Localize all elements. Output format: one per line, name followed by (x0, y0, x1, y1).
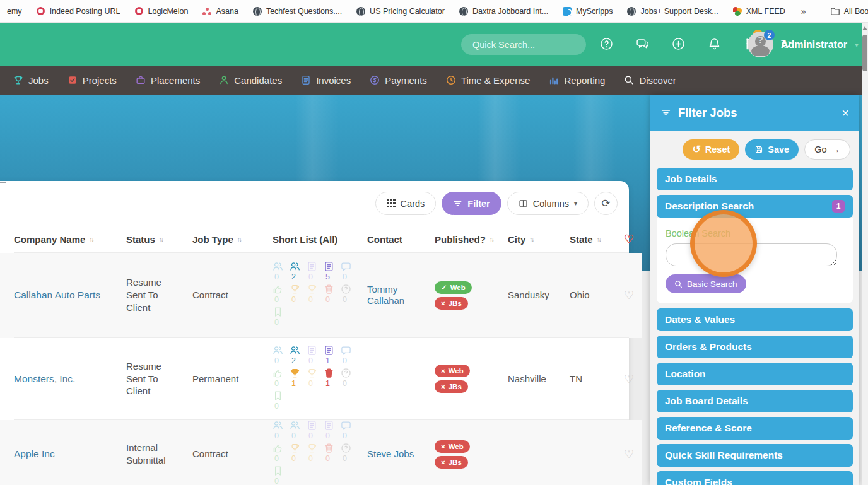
section-location[interactable]: Location (657, 363, 853, 385)
shortlist-trophy-count[interactable]: 0 (307, 368, 324, 390)
bookmark-item[interactable]: LogicMelon (127, 0, 196, 22)
filter-button[interactable]: Filter (442, 192, 501, 215)
section-description-search[interactable]: Description Search 1 (657, 195, 853, 218)
boolean-search-textarea[interactable] (666, 243, 837, 266)
shortlist-question-count[interactable]: 0 (341, 284, 358, 307)
bookmark-item[interactable]: Asana (195, 0, 245, 22)
row-expand-dash[interactable] (0, 182, 6, 183)
published-badge-web[interactable]: ✓Web (435, 281, 472, 294)
shortlist-trash-count[interactable]: 0 (324, 443, 341, 465)
chat-icon[interactable] (630, 32, 654, 56)
column-header-city[interactable]: City↑↓ (508, 234, 570, 245)
column-header-company-name[interactable]: Company Name↑↓ (14, 234, 126, 245)
section-orders-products[interactable]: Orders & Products (657, 336, 853, 358)
shortlist-users-count[interactable]: 0 (273, 420, 290, 443)
bookmark-item[interactable]: Indeed Posting URL (29, 0, 127, 22)
shortlist-chat-count[interactable]: 0 (341, 345, 358, 368)
contact-link[interactable]: Tommy Callahan (367, 284, 404, 306)
nav-item-payments[interactable]: Payments (360, 66, 437, 95)
shortlist-doc-count[interactable]: 0 (307, 261, 324, 284)
nav-item-jobs[interactable]: Jobs (4, 66, 58, 95)
section-custom-fields[interactable]: Custom Fields (657, 471, 853, 485)
shortlist-doc-count[interactable]: 1 (324, 345, 341, 368)
refresh-button[interactable]: ⟳ (594, 192, 618, 215)
favorite-heart-icon[interactable]: ♡ (624, 289, 634, 301)
help-icon[interactable] (594, 32, 618, 56)
all-bookmarks-button[interactable]: All Bookmarks (823, 6, 868, 16)
shortlist-users-count[interactable]: 0 (273, 345, 290, 368)
shortlist-doc-count[interactable]: 5 (324, 261, 341, 284)
go-button[interactable]: Go → (804, 139, 850, 160)
published-badge-jbs[interactable]: ×JBs (435, 456, 468, 469)
section-job-details[interactable]: Job Details (657, 168, 853, 190)
shortlist-trash-count[interactable]: 1 (324, 368, 341, 390)
scrollbar-thumb[interactable] (862, 35, 867, 71)
nav-item-placements[interactable]: Placements (126, 66, 209, 95)
bookmark-item[interactable]: Daxtra Jobboard Int... (452, 0, 555, 22)
shortlist-trophy-count[interactable]: 1 (290, 368, 307, 390)
bookmark-item[interactable]: XML FEED (725, 0, 792, 22)
shortlist-doc-count[interactable]: 0 (324, 420, 341, 443)
published-badge-jbs[interactable]: ×JBs (435, 297, 468, 310)
shortlist-doc-count[interactable]: 0 (307, 345, 324, 368)
scroll-up-arrow-icon[interactable] (862, 26, 867, 30)
shortlist-thumb-count[interactable]: 0 (273, 284, 290, 307)
quick-search-input[interactable] (461, 34, 586, 55)
bookmark-item[interactable]: emy (0, 0, 29, 22)
bookmark-item[interactable]: US Pricing Calculator (349, 0, 452, 22)
column-header-published-[interactable]: Published?↑↓ (435, 234, 508, 245)
shortlist-trophy-count[interactable]: 0 (307, 443, 324, 465)
basic-search-button[interactable]: Basic Search (666, 274, 746, 293)
page-scrollbar[interactable] (862, 23, 868, 485)
column-header-status[interactable]: Status↑↓ (126, 234, 192, 245)
shortlist-trophy-count[interactable]: 0 (290, 443, 307, 465)
shortlist-users-count[interactable]: 2 (290, 345, 307, 368)
nav-item-time-expense[interactable]: Time & Expense (437, 66, 540, 95)
company-link[interactable]: Monsters, Inc. (14, 373, 75, 384)
published-badge-jbs[interactable]: ×JBs (435, 380, 468, 393)
section-job-board-details[interactable]: Job Board Details (657, 390, 853, 412)
shortlist-chat-count[interactable]: 0 (341, 420, 358, 443)
nav-item-projects[interactable]: Projects (58, 66, 126, 95)
nav-item-discover[interactable]: Discover (614, 66, 685, 95)
user-menu[interactable]: ? 2 Administrator ▾ (748, 32, 859, 57)
section-reference-score[interactable]: Reference & Score (657, 417, 853, 440)
save-button[interactable]: Save (745, 139, 799, 160)
shortlist-trash-count[interactable]: 0 (324, 284, 341, 307)
avatar[interactable]: ? 2 (748, 32, 773, 57)
bookmark-item[interactable]: Techfest Questions.... (245, 0, 349, 22)
nav-item-reporting[interactable]: Reporting (539, 66, 614, 95)
favorite-heart-icon[interactable]: ♡ (624, 448, 634, 460)
shortlist-doc-count[interactable]: 0 (307, 420, 324, 443)
column-header-state[interactable]: State↑↓ (570, 234, 624, 245)
shortlist-users-count[interactable]: 2 (290, 261, 307, 284)
contact-link[interactable]: Steve Jobs (367, 448, 414, 459)
shortlist-question-count[interactable]: 0 (341, 443, 358, 465)
shortlist-trophy-count[interactable]: 0 (290, 284, 307, 307)
bookmark-item[interactable]: MyScripps (555, 0, 619, 22)
shortlist-thumb-count[interactable]: 0 (273, 443, 290, 465)
shortlist-chat-count[interactable]: 0 (341, 261, 358, 284)
column-header-job-type[interactable]: Job Type↑↓ (192, 234, 273, 245)
bookmark-item[interactable]: Jobs+ Support Desk... (619, 0, 725, 22)
shortlist-trophy-count[interactable]: 0 (307, 284, 324, 307)
add-icon[interactable] (666, 32, 690, 56)
shortlist-bookmark-count[interactable]: 0 (273, 465, 290, 485)
cards-view-button[interactable]: Cards (375, 192, 436, 215)
company-link[interactable]: Callahan Auto Parts (14, 289, 100, 300)
favorite-heart-icon[interactable]: ♡ (624, 373, 634, 385)
shortlist-users-count[interactable]: 0 (273, 261, 290, 284)
close-icon[interactable]: × (842, 107, 849, 119)
columns-button[interactable]: Columns ▾ (507, 192, 589, 215)
published-badge-web[interactable]: ×Web (435, 365, 470, 377)
shortlist-bookmark-count[interactable]: 0 (273, 390, 290, 413)
shortlist-bookmark-count[interactable]: 0 (273, 307, 290, 329)
published-badge-web[interactable]: ×Web (435, 440, 470, 453)
nav-item-invoices[interactable]: Invoices (291, 66, 360, 95)
shortlist-users-count[interactable]: 0 (290, 420, 307, 443)
reset-button[interactable]: ↺ Reset (683, 139, 739, 160)
shortlist-thumb-count[interactable]: 0 (273, 368, 290, 390)
section-quick-skill-requirements[interactable]: Quick Skill Requirements (657, 444, 853, 467)
shortlist-question-count[interactable]: 0 (341, 368, 358, 390)
company-link[interactable]: Apple Inc (14, 448, 55, 459)
